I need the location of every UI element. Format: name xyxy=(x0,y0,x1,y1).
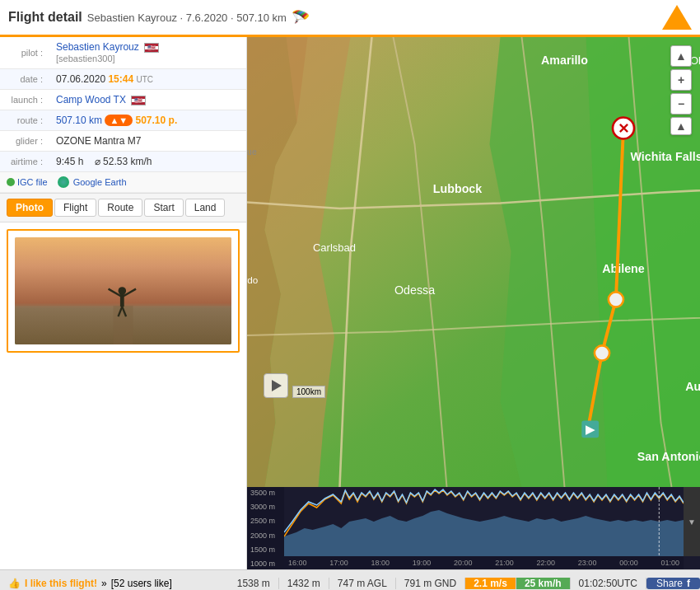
airtime-label: airtime : xyxy=(0,152,49,172)
svg-point-32 xyxy=(609,292,623,307)
page-header: Flight detail Sebastien Kayrouz · 7.6.20… xyxy=(0,0,700,37)
zoom-arrow-button[interactable]: ▲ xyxy=(670,117,692,135)
tab-route[interactable]: Route xyxy=(98,199,142,217)
svg-text:Amarillo: Amarillo xyxy=(541,54,588,67)
google-earth-link[interactable]: Google Earth xyxy=(58,176,127,188)
status-cells: 1538 m 1432 m 747 m AGL 791 m GND 2.1 m/… xyxy=(229,578,700,589)
svg-point-5 xyxy=(119,287,127,295)
scale-label: 100km xyxy=(292,386,325,398)
time-label-8: 23:00 xyxy=(578,559,597,567)
time-label-2: 17:00 xyxy=(329,559,348,567)
launch-row: launch : Camp Wood TX 🇺🇸 xyxy=(0,90,246,110)
route-km-link[interactable]: 507.10 km xyxy=(56,115,102,126)
svg-text:Abilene: Abilene xyxy=(602,262,645,275)
pilot-label: pilot : xyxy=(0,37,49,69)
alt-label-3500: 3500 m xyxy=(250,489,281,497)
svg-text:✕: ✕ xyxy=(618,121,629,137)
google-earth-label: Google Earth xyxy=(73,177,127,187)
timezone-text: UTC xyxy=(136,75,153,84)
map-controls: ▲ + − ▲ xyxy=(670,45,692,135)
svg-text:Wichita Falls: Wichita Falls xyxy=(630,150,700,163)
share-label: Share xyxy=(656,578,683,589)
alt-label-2500: 2500 m xyxy=(250,517,281,525)
avgspeed-text: ⌀ 52.53 km/h xyxy=(95,156,152,167)
date-value: 07.06.2020 15:44 UTC xyxy=(49,69,246,90)
map-background[interactable]: Amarillo Lubbock Wichita Falls Odessa Ca… xyxy=(247,37,700,487)
svg-point-31 xyxy=(595,345,609,360)
glider-value: OZONE Mantra M7 xyxy=(49,131,246,152)
glider-label: glider : xyxy=(0,131,49,152)
alt-label-3000: 3000 m xyxy=(250,503,281,511)
flight-info-table: pilot : Sebastien Kayrouz 🇺🇸 [sebastien3… xyxy=(0,37,246,172)
map-scroll-up[interactable]: ▲ xyxy=(670,45,692,67)
tabs-bar: Photo Flight Route Start Land xyxy=(0,193,246,222)
thumbs-icon: 👍 xyxy=(8,578,21,589)
agl-cell: 747 m AGL xyxy=(329,578,396,589)
time-label-7: 22:00 xyxy=(537,559,556,567)
photo-section xyxy=(7,229,240,353)
launch-label: launch : xyxy=(0,90,49,110)
like-section: 👍 I like this flight! » [52 users like] xyxy=(0,578,180,589)
launch-link[interactable]: Camp Wood TX xyxy=(56,94,126,105)
launch-value: Camp Wood TX 🇺🇸 xyxy=(49,90,246,110)
like-link[interactable]: I like this flight! xyxy=(25,578,97,589)
like-count: [52 users like] xyxy=(111,578,172,589)
date-row: date : 07.06.2020 15:44 UTC xyxy=(0,69,246,90)
left-panel: pilot : Sebastien Kayrouz 🇺🇸 [sebastien3… xyxy=(0,37,247,569)
gnd-cell: 791 m GND xyxy=(396,578,465,589)
time-label-3: 18:00 xyxy=(371,559,390,567)
share-button[interactable]: Share f xyxy=(646,578,700,589)
elev2-cell: 1432 m xyxy=(279,578,329,589)
tab-flight[interactable]: Flight xyxy=(54,199,96,217)
pilot-row: pilot : Sebastien Kayrouz 🇺🇸 [sebastien3… xyxy=(0,37,246,69)
like-arrow: » xyxy=(101,578,107,589)
chart-scroll-button[interactable]: ▼ xyxy=(684,487,700,556)
file-links-row: IGC file Google Earth xyxy=(0,172,246,193)
page-title-main: Flight detail xyxy=(8,10,82,25)
tab-photo[interactable]: Photo xyxy=(7,199,53,217)
route-pts: 507.10 p. xyxy=(136,115,178,126)
time-label-9: 00:00 xyxy=(619,559,638,567)
alt-label-1500: 1500 m xyxy=(250,546,281,554)
route-row: route : 507.10 km ▲▼ 507.10 p. xyxy=(0,110,246,131)
pilot-username-link[interactable]: [sebastien300] xyxy=(56,54,115,63)
zoom-in-button[interactable]: + xyxy=(670,69,692,91)
elev1-cell: 1538 m xyxy=(229,578,279,589)
photo-thumbnail[interactable] xyxy=(15,237,231,344)
play-icon xyxy=(272,380,282,391)
alt-label-1000: 1000 m xyxy=(250,560,281,568)
zoom-out-button[interactable]: − xyxy=(670,93,692,115)
airtime-text: 9:45 h xyxy=(56,156,83,167)
date-text: 07.06.2020 xyxy=(56,73,105,85)
tab-land[interactable]: Land xyxy=(185,199,226,217)
igc-dot-icon xyxy=(7,178,15,186)
igc-file-label: IGC file xyxy=(17,177,48,187)
play-button[interactable] xyxy=(264,373,288,398)
igc-file-link[interactable]: IGC file xyxy=(7,177,48,187)
paraglider-icon: 🪂 xyxy=(292,8,310,26)
pilot-link[interactable]: Sebastien Kayrouz xyxy=(56,41,139,53)
launch-flag: 🇺🇸 xyxy=(131,96,146,105)
main-content: pilot : Sebastien Kayrouz 🇺🇸 [sebastien3… xyxy=(0,37,700,569)
svg-text:Austin: Austin xyxy=(685,380,700,393)
date-label: date : xyxy=(0,69,49,90)
time-label-5: 20:00 xyxy=(454,559,473,567)
photo-svg xyxy=(15,237,231,344)
route-value: 507.10 km ▲▼ 507.10 p. xyxy=(49,110,246,131)
svg-text:Lubbock: Lubbock xyxy=(433,182,483,195)
chart-altitude-labels: 3500 m 3000 m 2500 m 2000 m 1500 m 1000 … xyxy=(247,487,284,569)
svg-text:alamogordo: alamogordo xyxy=(247,274,259,285)
time-label-6: 21:00 xyxy=(495,559,514,567)
vario-cell: 2.1 m/s xyxy=(465,578,516,589)
airtime-row: airtime : 9:45 h ⌀ 52.53 km/h xyxy=(0,152,246,172)
flag-icon: 🇺🇸 xyxy=(144,43,159,53)
time-label-4: 19:00 xyxy=(413,559,432,567)
time-label-1: 16:00 xyxy=(288,559,307,567)
page-title-sub: Sebastien Kayrouz · 7.6.2020 · 507.10 km xyxy=(87,12,287,24)
tab-start[interactable]: Start xyxy=(144,199,183,217)
time-label-10: 01:00 xyxy=(660,559,679,567)
map-svg: Amarillo Lubbock Wichita Falls Odessa Ca… xyxy=(247,37,700,487)
route-badge: ▲▼ xyxy=(105,115,133,126)
airtime-value: 9:45 h ⌀ 52.53 km/h xyxy=(49,152,246,172)
svg-text:San Antonio: San Antonio xyxy=(637,450,700,463)
